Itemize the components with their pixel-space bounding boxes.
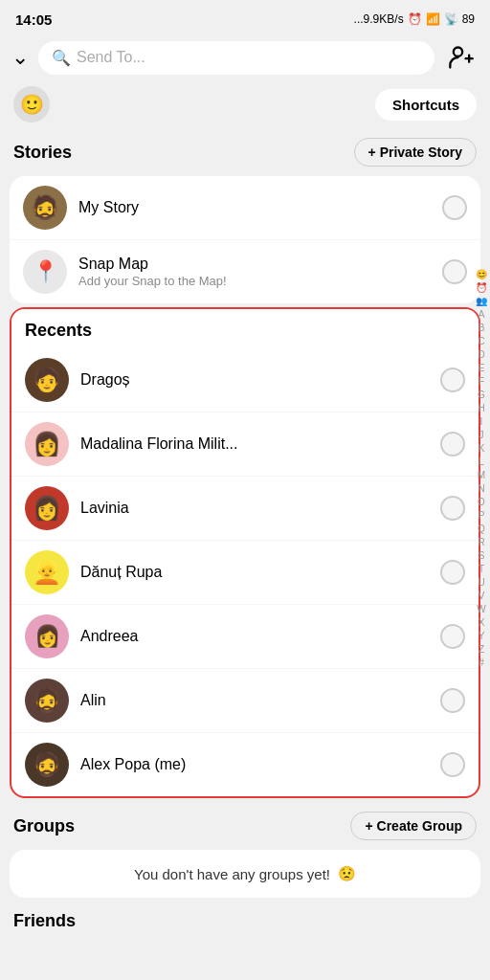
private-story-button[interactable]: + Private Story xyxy=(354,138,477,167)
no-groups-message: You don't have any groups yet! xyxy=(134,866,330,882)
andreea-radio[interactable] xyxy=(440,624,465,649)
no-groups-card: You don't have any groups yet! 😟 xyxy=(10,850,480,898)
alpha-z[interactable]: Z xyxy=(475,643,488,656)
alpha-n[interactable]: N xyxy=(475,482,488,495)
svg-point-0 xyxy=(454,48,462,56)
shortcuts-button[interactable]: Shortcuts xyxy=(375,89,477,121)
stories-section-title: Stories xyxy=(13,143,72,163)
alpha-x[interactable]: X xyxy=(475,616,488,629)
my-story-name: My Story xyxy=(78,199,431,216)
wifi-icon: 📡 xyxy=(444,12,458,26)
search-row: ⌄ 🔍 Send To... xyxy=(0,34,490,80)
create-group-button[interactable]: + Create Group xyxy=(350,812,477,840)
alin-item[interactable]: 🧔 Alin xyxy=(11,669,479,733)
alpha-y[interactable]: Y xyxy=(475,630,488,642)
alpha-o[interactable]: O xyxy=(475,496,488,508)
alpha-h[interactable]: H xyxy=(475,402,488,414)
alpha-clock[interactable]: ⏰ xyxy=(475,281,488,294)
lavinia-avatar: 👩 xyxy=(25,486,69,530)
dragos-text: Dragoș xyxy=(80,371,429,389)
alpha-c[interactable]: C xyxy=(475,335,488,347)
search-bar[interactable]: 🔍 Send To... xyxy=(38,41,434,75)
alpha-v[interactable]: V xyxy=(475,590,488,602)
alpha-q[interactable]: Q xyxy=(475,523,488,535)
danut-text: Dănuț Rupa xyxy=(80,564,429,581)
madalina-radio[interactable] xyxy=(440,432,465,457)
alpha-e[interactable]: E xyxy=(475,362,488,374)
madalina-name: Madalina Florina Milit... xyxy=(80,435,429,453)
alpha-hash[interactable]: # xyxy=(475,657,488,669)
bitmoji-avatar[interactable]: 🙂 xyxy=(13,86,50,122)
alpha-k[interactable]: K xyxy=(475,442,488,455)
alpha-s[interactable]: S xyxy=(475,549,488,562)
danut-radio[interactable] xyxy=(440,560,465,585)
add-friends-button[interactable] xyxy=(444,40,479,75)
stories-card: 🧔 My Story 📍 Snap Map Add your Snap to t… xyxy=(10,176,480,303)
my-story-text: My Story xyxy=(78,199,431,216)
alin-radio[interactable] xyxy=(440,688,465,713)
alex-text: Alex Popa (me) xyxy=(80,756,429,773)
alpha-r[interactable]: R xyxy=(475,536,488,548)
search-placeholder: Send To... xyxy=(77,49,145,66)
alpha-w[interactable]: W xyxy=(475,603,488,615)
recents-card: Recents 🧑 Dragoș 👩 Madalina Florina Mili… xyxy=(10,307,480,798)
recents-title: Recents xyxy=(25,321,92,340)
madalina-text: Madalina Florina Milit... xyxy=(80,435,429,453)
snap-map-avatar: 📍 xyxy=(23,250,67,294)
alpha-emoji-face[interactable]: 😊 xyxy=(475,268,488,280)
recents-header: Recents xyxy=(11,309,479,348)
alpha-u[interactable]: U xyxy=(475,576,488,589)
lavinia-radio[interactable] xyxy=(440,496,465,521)
alpha-j[interactable]: J xyxy=(475,429,488,441)
dragos-radio[interactable] xyxy=(440,368,465,392)
my-story-radio[interactable] xyxy=(442,195,467,220)
alpha-f[interactable]: F xyxy=(475,375,488,388)
andreea-item[interactable]: 👩 Andreea xyxy=(11,605,479,669)
alpha-b[interactable]: B xyxy=(475,322,488,334)
groups-section-title: Groups xyxy=(13,816,75,836)
lavinia-name: Lavinia xyxy=(80,500,429,517)
battery-level: 89 xyxy=(462,12,475,26)
alex-radio[interactable] xyxy=(440,752,465,777)
alin-name: Alin xyxy=(80,692,429,709)
alpha-a[interactable]: A xyxy=(475,308,488,321)
alpha-i[interactable]: I xyxy=(475,415,488,428)
alpha-m[interactable]: M xyxy=(475,469,488,481)
madalina-item[interactable]: 👩 Madalina Florina Milit... xyxy=(11,412,479,477)
network-speed: ...9.9KB/s xyxy=(354,12,404,26)
dragos-name: Dragoș xyxy=(80,371,429,389)
danut-name: Dănuț Rupa xyxy=(80,564,429,581)
alin-avatar: 🧔 xyxy=(25,679,69,723)
andreea-name: Andreea xyxy=(80,628,429,645)
alpha-p[interactable]: P xyxy=(475,509,488,522)
groups-section-header: Groups + Create Group xyxy=(0,802,490,846)
alex-name: Alex Popa (me) xyxy=(80,756,429,773)
dragos-item[interactable]: 🧑 Dragoș xyxy=(11,348,479,412)
danut-item[interactable]: 👱 Dănuț Rupa xyxy=(11,541,479,605)
alex-item[interactable]: 🧔 Alex Popa (me) xyxy=(11,733,479,796)
snap-map-sub: Add your Snap to the Map! xyxy=(78,274,431,288)
madalina-avatar: 👩 xyxy=(25,422,69,466)
search-icon: 🔍 xyxy=(52,49,71,67)
alex-avatar: 🧔 xyxy=(25,743,69,787)
status-bar: 14:05 ...9.9KB/s ⏰ 📶 📡 89 xyxy=(0,0,490,34)
lavinia-item[interactable]: 👩 Lavinia xyxy=(11,477,479,541)
alpha-g[interactable]: G xyxy=(475,389,488,401)
alin-text: Alin xyxy=(80,692,429,709)
alarm-icon: ⏰ xyxy=(408,12,422,26)
snap-map-text: Snap Map Add your Snap to the Map! xyxy=(78,256,431,288)
status-right: ...9.9KB/s ⏰ 📶 📡 89 xyxy=(354,12,475,26)
snap-map-item[interactable]: 📍 Snap Map Add your Snap to the Map! xyxy=(10,240,480,303)
snap-map-name: Snap Map xyxy=(78,256,431,273)
chevron-down-icon[interactable]: ⌄ xyxy=(11,45,29,70)
alpha-l[interactable]: L xyxy=(475,456,488,468)
andreea-text: Andreea xyxy=(80,628,429,645)
alpha-t[interactable]: T xyxy=(475,563,488,575)
alpha-d[interactable]: D xyxy=(475,348,488,361)
lavinia-text: Lavinia xyxy=(80,500,429,517)
my-story-item[interactable]: 🧔 My Story xyxy=(10,176,480,240)
andreea-avatar: 👩 xyxy=(25,614,69,658)
snap-map-radio[interactable] xyxy=(442,259,467,284)
dragos-avatar: 🧑 xyxy=(25,358,69,402)
alpha-people[interactable]: 👥 xyxy=(475,295,488,307)
